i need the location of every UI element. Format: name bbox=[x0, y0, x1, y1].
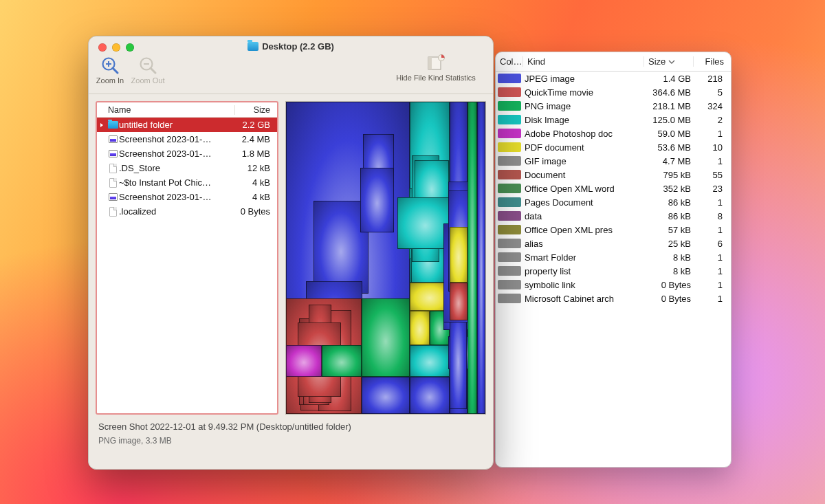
treemap-block[interactable] bbox=[468, 102, 478, 414]
size-cell: 125.0 MB bbox=[644, 115, 694, 125]
main-window: Desktop (2.2 GB) Zoom In Zoom Out Hide F… bbox=[88, 36, 494, 470]
color-swatch bbox=[498, 239, 521, 248]
treemap-block[interactable] bbox=[410, 311, 430, 345]
stats-row[interactable]: PDF document 53.6 MB 10 bbox=[496, 140, 731, 154]
zoom-out-icon bbox=[138, 56, 157, 75]
files-cell: 1 bbox=[694, 266, 731, 276]
stats-row[interactable]: property list 8 kB 1 bbox=[496, 264, 731, 278]
file-size: 4 kB bbox=[233, 177, 277, 188]
color-swatch bbox=[498, 101, 521, 111]
size-cell: 86 kB bbox=[644, 211, 694, 221]
document-icon bbox=[109, 164, 117, 173]
files-cell: 1 bbox=[694, 129, 731, 139]
treemap-block[interactable] bbox=[450, 227, 468, 283]
file-name: .DS_Store bbox=[119, 163, 233, 173]
treemap-block[interactable] bbox=[322, 345, 362, 376]
svg-line-1 bbox=[113, 68, 118, 73]
col-header-color[interactable]: Col… bbox=[496, 56, 523, 67]
col-size[interactable]: Size bbox=[234, 105, 277, 115]
col-header-files[interactable]: Files bbox=[694, 56, 731, 67]
files-cell: 218 bbox=[694, 74, 731, 84]
size-cell: 218.1 MB bbox=[644, 101, 694, 111]
treemap-block[interactable] bbox=[410, 377, 450, 414]
treemap-block[interactable] bbox=[362, 377, 410, 414]
file-size: 0 Bytes bbox=[233, 206, 277, 217]
files-cell: 23 bbox=[694, 184, 731, 194]
statistics-window: Col… Kind Size Files JPEG image 1.4 GB 2… bbox=[495, 52, 732, 468]
kind-cell: Microsoft Cabinet arch bbox=[523, 294, 644, 304]
image-icon bbox=[109, 150, 118, 157]
stats-row[interactable]: Smart Folder 8 kB 1 bbox=[496, 250, 731, 264]
treemap[interactable] bbox=[285, 101, 486, 415]
kind-cell: property list bbox=[523, 266, 644, 276]
kind-cell: alias bbox=[523, 239, 644, 249]
file-row[interactable]: .localized 0 Bytes bbox=[97, 204, 277, 219]
files-cell: 10 bbox=[694, 142, 731, 153]
close-button[interactable] bbox=[98, 43, 107, 52]
file-row[interactable]: untitled folder 2.2 GB bbox=[97, 118, 277, 132]
stats-row[interactable]: Office Open XML pres 57 kB 1 bbox=[496, 223, 731, 237]
stats-row[interactable]: Office Open XML word 352 kB 23 bbox=[496, 182, 731, 195]
kind-cell: JPEG image bbox=[523, 74, 644, 84]
file-row[interactable]: ~$to Instant Pot Chic… 4 kB bbox=[97, 175, 277, 190]
treemap-block[interactable] bbox=[450, 283, 468, 320]
file-row[interactable]: Screenshot 2023-01-… 1.8 MB bbox=[97, 146, 277, 161]
zoom-button[interactable] bbox=[126, 43, 134, 52]
stats-row[interactable]: Pages Document 86 kB 1 bbox=[496, 195, 731, 209]
files-cell: 1 bbox=[694, 280, 731, 290]
chevron-down-icon bbox=[668, 58, 675, 65]
minimize-button[interactable] bbox=[112, 43, 120, 52]
treemap-block[interactable] bbox=[410, 345, 450, 376]
zoom-out-button: Zoom Out bbox=[127, 56, 168, 85]
stats-row[interactable]: symbolic link 0 Bytes 1 bbox=[496, 278, 731, 292]
file-row[interactable]: .DS_Store 12 kB bbox=[97, 161, 277, 175]
col-header-size[interactable]: Size bbox=[644, 56, 694, 67]
size-cell: 25 kB bbox=[644, 239, 694, 249]
files-cell: 6 bbox=[694, 239, 731, 249]
col-name[interactable]: Name bbox=[97, 105, 234, 115]
size-cell: 0 Bytes bbox=[644, 294, 694, 304]
stats-row[interactable]: PNG image 218.1 MB 324 bbox=[496, 99, 731, 113]
stats-row[interactable]: Document 795 kB 55 bbox=[496, 168, 731, 182]
stats-row[interactable]: data 86 kB 8 bbox=[496, 209, 731, 223]
file-size: 4 kB bbox=[233, 192, 277, 202]
file-row[interactable]: Screenshot 2023-01-… 4 kB bbox=[97, 190, 277, 204]
stats-row[interactable]: Disk Image 125.0 MB 2 bbox=[496, 113, 731, 127]
kind-cell: Adobe Photoshop doc bbox=[523, 129, 644, 139]
titlebar: Desktop (2.2 GB) bbox=[89, 36, 493, 53]
stats-row[interactable]: alias 25 kB 6 bbox=[496, 237, 731, 250]
file-row[interactable]: Screenshot 2023-01-… 2.4 MB bbox=[97, 132, 277, 146]
file-name: ~$to Instant Pot Chic… bbox=[119, 177, 233, 188]
kind-cell: QuickTime movie bbox=[523, 87, 644, 98]
size-cell: 59.0 MB bbox=[644, 129, 694, 139]
treemap-block[interactable] bbox=[477, 102, 485, 414]
folder-icon bbox=[248, 42, 258, 51]
hide-statistics-button[interactable]: Hide File Kind Statistics bbox=[384, 53, 487, 82]
color-swatch bbox=[498, 142, 521, 152]
stats-row[interactable]: Microsoft Cabinet arch 0 Bytes 1 bbox=[496, 292, 731, 305]
stats-row[interactable]: QuickTime movie 364.6 MB 5 bbox=[496, 85, 731, 99]
size-cell: 8 kB bbox=[644, 252, 694, 263]
svg-line-5 bbox=[151, 68, 155, 73]
color-swatch bbox=[498, 211, 521, 221]
kind-cell: data bbox=[523, 211, 644, 221]
file-header: Name Size bbox=[97, 102, 277, 118]
files-cell: 1 bbox=[694, 225, 731, 235]
size-cell: 4.7 MB bbox=[644, 156, 694, 166]
traffic-lights bbox=[98, 43, 134, 52]
statistics-header: Col… Kind Size Files bbox=[496, 52, 731, 72]
color-swatch bbox=[498, 197, 521, 207]
zoom-in-button[interactable]: Zoom In bbox=[93, 56, 127, 85]
stats-row[interactable]: JPEG image 1.4 GB 218 bbox=[496, 72, 731, 85]
svg-rect-8 bbox=[428, 57, 432, 69]
treemap-block[interactable] bbox=[362, 298, 410, 377]
color-swatch bbox=[498, 225, 521, 234]
col-header-kind[interactable]: Kind bbox=[523, 56, 644, 67]
size-cell: 1.4 GB bbox=[644, 74, 694, 84]
color-swatch bbox=[498, 280, 521, 289]
stats-row[interactable]: GIF image 4.7 MB 1 bbox=[496, 154, 731, 168]
color-swatch bbox=[498, 156, 521, 166]
kind-cell: Smart Folder bbox=[523, 252, 644, 263]
treemap-block[interactable] bbox=[286, 345, 322, 376]
stats-row[interactable]: Adobe Photoshop doc 59.0 MB 1 bbox=[496, 127, 731, 140]
